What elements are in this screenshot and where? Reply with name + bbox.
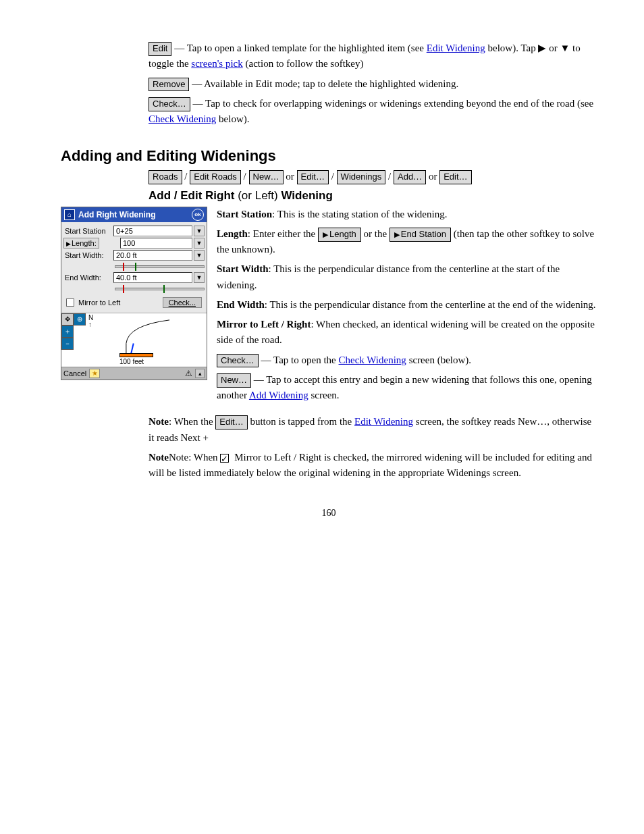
start-station-label: Start Station	[63, 227, 112, 235]
scale-label: 100 feet	[119, 358, 144, 365]
dropdown-icon[interactable]: ▼	[194, 238, 205, 249]
text: — Tap to open the	[261, 355, 339, 365]
note-label-2: Note	[149, 452, 169, 463]
text: — Tap to check for overlapping widenings…	[193, 98, 594, 109]
mirror-checkbox[interactable]	[66, 298, 74, 307]
new-button[interactable]: New…	[249, 170, 284, 184]
scale-bar	[119, 353, 153, 357]
length-input[interactable]: 100	[120, 238, 192, 249]
link-check-widening[interactable]: Check Widening	[149, 113, 216, 124]
dropdown-icon[interactable]: ▼	[194, 226, 205, 236]
mirror-desc: Mirror to Left / Right: When checked, an…	[217, 317, 597, 348]
length-desc: LengthLength: Enter either the : Enter e…	[217, 226, 597, 258]
text: or	[286, 171, 296, 182]
warning-icon: ⚠	[185, 369, 192, 378]
sep: /	[331, 171, 334, 182]
link-edit-widening[interactable]: Edit Widening	[427, 43, 485, 53]
text: Note: When	[169, 452, 220, 463]
text: or the	[363, 228, 389, 239]
edit-roads-button[interactable]: Edit Roads	[190, 170, 241, 184]
edit-button-2[interactable]: Edit…	[297, 170, 329, 184]
checkbox-icon	[220, 454, 229, 463]
text: — Available in Edit mode; tap to delete …	[192, 78, 458, 89]
start-width-desc: Start Width: This is the perpendicular d…	[217, 261, 597, 293]
edit-button[interactable]: Edit	[149, 42, 171, 56]
sip-toggle-icon[interactable]: ▴	[195, 369, 205, 378]
cancel-button[interactable]: Cancel	[63, 369, 86, 377]
link-check-widening-2[interactable]: Check Widening	[339, 355, 406, 365]
end-width-label: End Width:	[63, 273, 112, 282]
text: or	[429, 171, 439, 182]
map-preview: N↑ 100 feet	[86, 313, 207, 367]
remove-button[interactable]: Remove	[149, 78, 189, 92]
start-width-input[interactable]: 20.0 ft	[113, 250, 192, 261]
check-button[interactable]: Check…	[149, 97, 190, 111]
start-station-input[interactable]: 0+25	[113, 226, 192, 236]
text: : When the	[169, 416, 215, 427]
page-number: 160	[61, 508, 597, 519]
link-edit-widening-2[interactable]: Edit Widening	[354, 416, 413, 427]
zoom-window-icon[interactable]: ⊕	[74, 313, 86, 325]
start-width-slider[interactable]	[115, 262, 205, 270]
sep: /	[244, 171, 246, 182]
edit-button-3[interactable]: Edit…	[439, 170, 471, 184]
check-button-2[interactable]: Check…	[217, 354, 259, 368]
end-width-slider[interactable]	[115, 284, 205, 292]
note-label: Note	[149, 416, 169, 427]
ok-button[interactable]: ok	[192, 209, 204, 221]
favorites-icon[interactable]: ★	[89, 369, 100, 378]
new-button-2[interactable]: New…	[217, 373, 251, 388]
text: below).	[219, 113, 249, 124]
app-icon: ⌂	[64, 209, 75, 220]
add-button[interactable]: Add…	[394, 170, 426, 184]
dropdown-icon[interactable]: ▼	[194, 272, 205, 283]
zoom-extents-icon[interactable]: ✥	[61, 313, 74, 325]
text: (action to follow the softkey)	[246, 58, 364, 69]
heading-adding-editing: Adding and Editing Widenings	[61, 147, 597, 165]
dialog-titlebar: ⌂ Add Right Widening ok	[61, 207, 207, 222]
text: — Tap to open a linked template for the …	[174, 43, 427, 53]
zoom-out-icon[interactable]: －	[61, 338, 74, 350]
dialog-title: Add Right Widening	[78, 210, 188, 219]
sep: /	[388, 171, 391, 182]
mirror-label: Mirror to Left	[78, 298, 159, 307]
link-add-widening[interactable]: Add Widening	[249, 390, 308, 400]
zoom-in-icon[interactable]: ＋	[61, 325, 74, 338]
end-station-softkey[interactable]: ▶End Station	[390, 228, 451, 242]
dropdown-icon[interactable]: ▼	[194, 250, 205, 261]
start-station-desc: Start Station: This is the stating stati…	[217, 207, 597, 222]
text: screen (below).	[409, 355, 471, 365]
text: button is tapped from the	[250, 416, 354, 427]
link-screens-pick[interactable]: screen's pick	[191, 58, 242, 69]
heading-add-edit-right-left: Add / Edit Right (or Left) Widening	[149, 189, 597, 203]
length-softkey[interactable]: ▶Length	[318, 228, 361, 242]
device-check-button[interactable]: Check...	[163, 297, 202, 308]
length-toggle[interactable]: ▶Length:	[63, 238, 99, 249]
roads-button[interactable]: Roads	[149, 170, 182, 184]
end-width-desc: End Width: This is the perpendicular dis…	[217, 297, 597, 313]
widenings-button[interactable]: Widenings	[337, 170, 386, 184]
device-screenshot: ⌂ Add Right Widening ok Start Station 0+…	[61, 207, 207, 380]
start-width-label: Start Width:	[63, 251, 112, 259]
sep: /	[184, 171, 187, 182]
end-width-input[interactable]: 40.0 ft	[113, 272, 192, 283]
text: screen.	[311, 390, 340, 400]
edit-button-4[interactable]: Edit…	[215, 415, 247, 429]
